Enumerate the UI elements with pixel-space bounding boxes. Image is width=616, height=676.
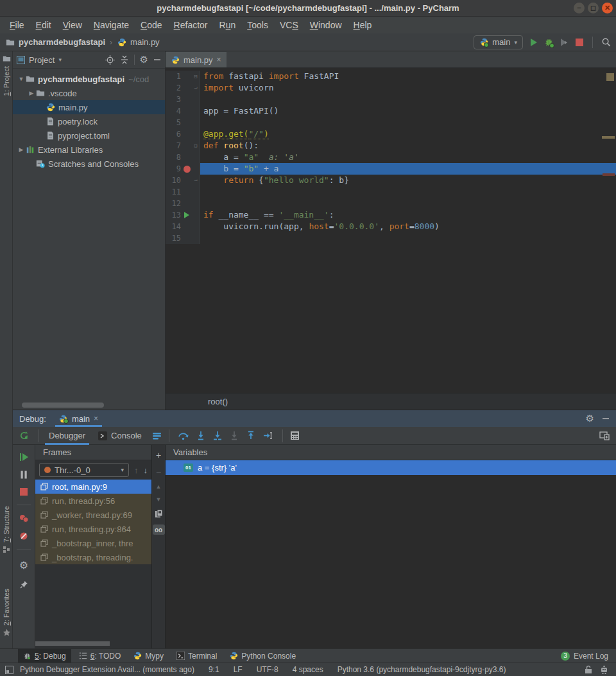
stop-icon[interactable] [20, 488, 28, 496]
menu-item-tools[interactable]: Tools [241, 18, 274, 32]
move-down-icon[interactable]: ▼ [156, 496, 162, 503]
hide-icon[interactable] [153, 56, 161, 64]
step-over-icon[interactable] [178, 431, 189, 440]
copy-icon[interactable] [155, 509, 163, 518]
fold-marker[interactable]: ⌐ [193, 82, 199, 94]
gutter-line-14[interactable]: 14 [166, 221, 200, 232]
expander-icon[interactable]: ▼ [17, 76, 26, 82]
code-line-6[interactable]: 6@app.get("/") [166, 128, 616, 140]
sidebar-item-favorites[interactable]: 2: Favorites [0, 589, 13, 637]
code-line-2[interactable]: 2⌐import uvicorn [166, 82, 616, 94]
status-segment-5[interactable]: Python 3.6 (pycharmdebugfastapi-9cdjtyrg… [330, 665, 513, 674]
toolwindow-button-python-console[interactable]: Python Console [225, 649, 301, 663]
status-segment-3[interactable]: UTF-8 [250, 665, 286, 674]
gutter-line-11[interactable]: 11 [166, 186, 200, 198]
status-segment-1[interactable]: 9:1 [201, 665, 227, 674]
menu-item-run[interactable]: Run [214, 18, 242, 32]
code-line-14[interactable]: 14 uvicorn.run(app, host='0.0.0.0', port… [166, 221, 616, 232]
code-line-13[interactable]: 13if __name__ == '__main__': [166, 209, 616, 221]
close-icon[interactable]: × [94, 414, 98, 423]
tree-item-external-libraries[interactable]: ▶External Libraries [13, 143, 165, 157]
run-button[interactable] [528, 37, 538, 48]
menu-item-view[interactable]: View [57, 18, 88, 32]
minimize-button[interactable]: − [574, 3, 585, 13]
code-line-10[interactable]: 10⌐ return {"hello world": b} [166, 175, 616, 186]
step-into-my-code-icon[interactable] [213, 431, 222, 440]
gutter-line-6[interactable]: 6 [166, 128, 200, 140]
gutter-line-10[interactable]: 10⌐ [166, 175, 200, 186]
hide-icon[interactable] [602, 415, 610, 422]
status-segment-0[interactable]: Python Debugger Extension Avail... (mome… [13, 665, 201, 674]
expander-icon[interactable]: ▶ [17, 146, 26, 153]
variable-row[interactable]: 01a = {str} 'a' [166, 460, 616, 475]
force-step-into-icon[interactable] [230, 431, 239, 440]
run-line-icon[interactable] [181, 212, 193, 218]
menu-item-window[interactable]: Window [304, 18, 348, 32]
menu-item-refactor[interactable]: Refactor [168, 18, 214, 32]
breakpoint-dot[interactable] [184, 166, 191, 173]
pause-icon[interactable] [20, 471, 28, 479]
breadcrumb-project[interactable]: pycharmdebugfastapi [19, 37, 105, 47]
mute-breakpoints-icon[interactable] [19, 532, 28, 541]
code-line-4[interactable]: 4app = FastAPI() [166, 105, 616, 117]
step-into-icon[interactable] [196, 431, 205, 440]
code-line-9[interactable]: 9 b = "b" + a [166, 163, 616, 175]
tree-item--vscode[interactable]: ▶.vscode [13, 86, 165, 100]
scrollbar-warning-mark[interactable] [602, 136, 615, 139]
gear-icon[interactable]: ⚙ [140, 54, 148, 65]
menu-item-edit[interactable]: Edit [30, 18, 57, 32]
stop-button[interactable] [574, 37, 585, 48]
pin-icon[interactable] [20, 580, 28, 589]
step-out-icon[interactable] [246, 431, 255, 440]
close-icon[interactable]: × [217, 55, 221, 64]
code-line-1[interactable]: 1⊟from fastapi import FastAPI [166, 71, 616, 82]
frame-row[interactable]: run, threading.py:864 [35, 522, 151, 536]
fold-marker[interactable]: ⌐ [193, 175, 199, 186]
close-button[interactable]: ✕ [602, 3, 613, 13]
sidebar-item-project[interactable]: 1: Project [0, 55, 13, 96]
expander-icon[interactable]: ▶ [27, 90, 36, 96]
frame-row[interactable]: run, thread.py:56 [35, 494, 151, 508]
code-line-12[interactable]: 12 [166, 198, 616, 209]
lock-icon[interactable] [585, 665, 592, 674]
next-frame-icon[interactable]: ↓ [144, 465, 148, 475]
layout-lines-icon[interactable] [148, 431, 166, 440]
inspection-indicator[interactable] [606, 73, 614, 81]
project-hscrollbar[interactable] [22, 403, 104, 408]
previous-frame-icon[interactable]: ↑ [134, 465, 139, 475]
gutter-line-12[interactable]: 12 [166, 198, 200, 209]
tree-item-poetry-lock[interactable]: poetry.lock [13, 114, 165, 128]
add-watch-icon[interactable]: + [156, 450, 161, 460]
tree-item-main-py[interactable]: main.py [13, 100, 165, 114]
run-arrow[interactable] [184, 212, 189, 218]
breadcrumb-file[interactable]: main.py [130, 37, 160, 47]
menu-item-file[interactable]: File [4, 18, 30, 32]
gutter-line-13[interactable]: 13 [166, 209, 200, 221]
collapse-all-icon[interactable] [120, 55, 129, 64]
fold-marker[interactable]: ⊟ [193, 71, 199, 82]
maximize-button[interactable]: ◻ [588, 3, 599, 13]
run-config-selector[interactable]: main ▾ [474, 35, 523, 49]
view-breakpoints-icon[interactable] [19, 514, 29, 523]
tree-item-pycharmdebugfastapi[interactable]: ▼pycharmdebugfastapi~/cod [13, 72, 165, 86]
gutter-line-9[interactable]: 9 [166, 163, 200, 175]
sidebar-item-structure[interactable]: 7: Structure [0, 506, 13, 553]
code-area[interactable]: 1⊟from fastapi import FastAPI2⌐import uv… [166, 68, 616, 393]
gutter-line-15[interactable]: 15 [166, 232, 200, 244]
frame-row[interactable]: _bootstrap, threading. [35, 550, 151, 564]
tab-debugger[interactable]: Debugger [42, 427, 92, 445]
breadcrumb-function[interactable]: root() [208, 397, 228, 406]
frames-hscrollbar[interactable] [35, 641, 110, 646]
search-icon[interactable] [601, 37, 611, 48]
toolwindow-button-terminal[interactable]: Terminal [171, 649, 222, 663]
toolwindow-button--debug[interactable]: 5: Debug [18, 649, 71, 663]
tree-item-pyproject-toml[interactable]: pyproject.toml [13, 128, 165, 143]
chevron-down-icon[interactable]: ▾ [58, 56, 62, 63]
toolwindow-button-mypy[interactable]: Mypy [128, 649, 169, 663]
frame-row[interactable]: _bootstrap_inner, thre [35, 536, 151, 550]
inspector-icon[interactable] [600, 665, 608, 674]
menu-item-code[interactable]: Code [135, 18, 167, 32]
event-log-button[interactable]: 3Event Log [561, 652, 616, 661]
fold-marker[interactable]: ⊟ [193, 140, 199, 152]
locate-icon[interactable] [105, 55, 115, 65]
